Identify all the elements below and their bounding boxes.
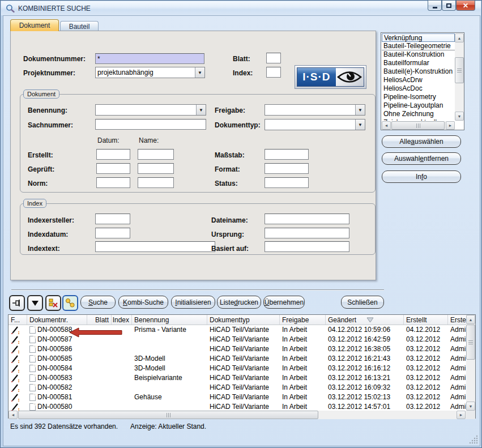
- maximize-button[interactable]: [442, 1, 456, 11]
- info-button[interactable]: Info: [382, 170, 461, 183]
- freigabe-combobox[interactable]: ▼: [265, 104, 365, 116]
- scroll-down-icon[interactable]: ▼: [466, 402, 475, 411]
- column-header-dokumenttyp[interactable]: Dokumenttyp: [207, 315, 280, 325]
- chevron-down-icon[interactable]: ▼: [355, 105, 365, 115]
- link-documents-button[interactable]: [62, 295, 78, 311]
- column-header-erstellt[interactable]: Erstellt: [404, 315, 448, 325]
- geprueft-datum-input[interactable]: [96, 163, 130, 174]
- scroll-left-icon[interactable]: ◄: [8, 411, 18, 419]
- scrollbar-corner: [466, 411, 475, 419]
- table-row[interactable]: DN-000584 3D-Modell HiCAD Teil/Variante …: [8, 364, 466, 373]
- scroll-thumb[interactable]: [18, 411, 318, 419]
- list-item[interactable]: Bauteil(e)-Konstruktion: [382, 67, 455, 76]
- table-row[interactable]: DN-000583 Beispielvariante HiCAD Teil/Va…: [8, 373, 466, 383]
- list-vscrollbar[interactable]: ▲ ▼: [455, 33, 464, 121]
- datum-column-label: Datum:: [97, 136, 120, 144]
- index-input[interactable]: [266, 67, 281, 78]
- list-hscrollbar[interactable]: ◄ ►: [382, 121, 455, 130]
- kombi-suche-button[interactable]: Kombi-Suche: [118, 296, 168, 309]
- resize-grip[interactable]: [469, 435, 479, 445]
- indextext-input[interactable]: [95, 241, 215, 252]
- erstellt-datum-input[interactable]: [96, 149, 130, 160]
- magnifier-icon: [6, 4, 15, 13]
- dokumenttyp-combobox[interactable]: ▼: [265, 119, 365, 130]
- scroll-up-icon[interactable]: ▲: [466, 315, 475, 324]
- status-input[interactable]: [265, 177, 309, 188]
- dropdown-button[interactable]: [27, 295, 43, 311]
- list-item[interactable]: Pipeline-Isometry: [382, 93, 455, 101]
- title-bar[interactable]: KOMBINIERTE SUCHE: [1, 1, 481, 15]
- list-item[interactable]: Zeichnung aktuell: [382, 118, 455, 121]
- list-item[interactable]: Ohne Zeichnung: [382, 110, 455, 118]
- list-item[interactable]: Verknüpfung: [382, 33, 455, 42]
- initialisieren-button[interactable]: Initialisieren: [171, 296, 215, 309]
- norm-datum-input[interactable]: [96, 177, 130, 188]
- alle-auswaehlen-button[interactable]: Alle auswählen: [382, 135, 461, 148]
- table-row[interactable]: DN-000580 HiCAD Teil/Variante In Arbeit …: [8, 402, 466, 411]
- uebernehmen-button[interactable]: Übernehmen: [263, 296, 305, 309]
- sachnummer-input[interactable]: [95, 119, 206, 130]
- scroll-right-icon[interactable]: ►: [457, 411, 466, 419]
- verknuepfung-listbox[interactable]: Verknüpfung Bauteil-Teilegeometrie Baute…: [381, 32, 464, 130]
- list-item[interactable]: HeliosAcDoc: [382, 84, 455, 93]
- scroll-thumb[interactable]: [391, 121, 445, 130]
- list-item[interactable]: Pipeline-Layoutplan: [382, 101, 455, 110]
- suche-button[interactable]: Suche: [80, 296, 116, 309]
- table-row[interactable]: DN-000581 Gehäuse HiCAD Teil/Variante In…: [8, 392, 466, 402]
- table-row[interactable]: DN-000586 HiCAD Teil/Variante In Arbeit …: [8, 344, 466, 354]
- minimize-button[interactable]: [428, 1, 442, 11]
- list-item[interactable]: HeliosAcDrw: [382, 76, 455, 84]
- tab-bauteil[interactable]: Bauteil: [60, 21, 99, 31]
- column-header-freigabe[interactable]: Freigabe: [280, 315, 326, 325]
- list-item[interactable]: Bauteil-Konstruktion: [382, 50, 455, 59]
- close-button[interactable]: ✕: [456, 1, 475, 11]
- schliessen-button[interactable]: Schließen: [341, 296, 384, 309]
- pin-button[interactable]: [9, 295, 25, 311]
- dropdown-triangle-icon: [31, 300, 39, 306]
- projektnummer-combobox[interactable]: projektunabhängig ▼: [95, 67, 205, 78]
- massstab-input[interactable]: [265, 149, 309, 160]
- chevron-down-icon[interactable]: ▼: [196, 105, 206, 115]
- ursprung-input[interactable]: [265, 228, 349, 238]
- dokumentnummer-input[interactable]: [95, 53, 204, 64]
- scroll-thumb[interactable]: [455, 57, 464, 83]
- list-item[interactable]: Bauteil-Teilegeometrie: [382, 42, 455, 50]
- workflow-pen-icon: [11, 355, 20, 363]
- scroll-right-icon[interactable]: ►: [446, 121, 455, 130]
- norm-name-input[interactable]: [138, 177, 174, 188]
- basiert-auf-input[interactable]: [265, 241, 349, 252]
- column-header-geaendert[interactable]: Geändert: [326, 315, 404, 325]
- blatt-input[interactable]: [266, 53, 281, 63]
- table-row[interactable]: DN-000585 3D-Modell HiCAD Teil/Variante …: [8, 354, 466, 364]
- table-hscrollbar[interactable]: ◄ ►: [8, 411, 466, 419]
- hierarchy-delete-button[interactable]: [45, 295, 61, 311]
- scroll-thumb[interactable]: [466, 325, 475, 360]
- benennung-combobox[interactable]: ▼: [95, 104, 206, 116]
- tab-dokument[interactable]: Dokument: [10, 19, 59, 31]
- column-header-index[interactable]: Index: [112, 315, 132, 325]
- list-item[interactable]: Bauteilformular: [382, 59, 455, 67]
- table-header: F... Dokumentnr. Blatt Index Benennung D…: [8, 315, 466, 325]
- column-header-ersteller[interactable]: Erste: [448, 315, 466, 325]
- chevron-down-icon[interactable]: ▼: [355, 120, 365, 130]
- table-vscrollbar[interactable]: ▲ ▼: [466, 315, 475, 411]
- column-header-dokumentnr[interactable]: Dokumentnr.: [27, 315, 87, 325]
- liste-drucken-button[interactable]: Liste drucken: [217, 296, 261, 309]
- scroll-up-icon[interactable]: ▲: [455, 33, 464, 42]
- column-header-blatt[interactable]: Blatt: [87, 315, 112, 325]
- indexersteller-input[interactable]: [95, 214, 130, 224]
- auswahl-entfernen-button[interactable]: Auswahl entfernen: [382, 152, 461, 165]
- scroll-left-icon[interactable]: ◄: [382, 121, 391, 130]
- hierarchy-delete-icon: [48, 298, 58, 308]
- geprueft-name-input[interactable]: [138, 163, 174, 174]
- dateiname-input[interactable]: [265, 214, 349, 224]
- column-header-benennung[interactable]: Benennung: [132, 315, 207, 325]
- scroll-down-icon[interactable]: ▼: [455, 112, 464, 121]
- table-row[interactable]: DN-000582 HiCAD Teil/Variante In Arbeit …: [8, 383, 466, 392]
- indexdatum-input[interactable]: [95, 228, 130, 238]
- chevron-down-icon[interactable]: ▼: [195, 67, 204, 78]
- erstellt-name-input[interactable]: [138, 149, 174, 160]
- column-header-freigeben[interactable]: F...: [8, 315, 27, 325]
- geprueft-label: Geprüft:: [28, 165, 54, 173]
- format-input[interactable]: [265, 163, 309, 174]
